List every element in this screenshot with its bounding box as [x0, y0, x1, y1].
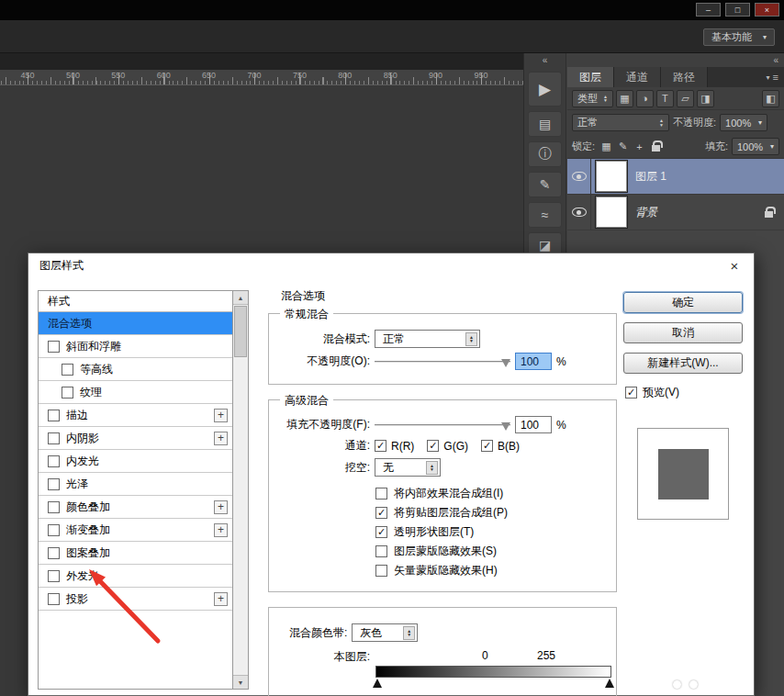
style-checkbox[interactable]: [48, 570, 60, 582]
panel-menu[interactable]: ▾ ≡: [767, 67, 784, 87]
layer-row[interactable]: 图层 1: [567, 159, 784, 195]
layer-row[interactable]: 背景: [567, 195, 784, 230]
dialog-close-icon[interactable]: ×: [726, 258, 743, 274]
ok-button[interactable]: 确定: [623, 292, 743, 313]
channel-checkbox-R(R)[interactable]: ✓R(R): [375, 440, 414, 453]
brush-presets-panel-icon[interactable]: ▤: [528, 111, 562, 137]
style-item-内发光[interactable]: 内发光: [39, 450, 232, 473]
style-checkbox[interactable]: [48, 593, 60, 605]
style-checkbox[interactable]: [48, 341, 60, 353]
minimize-button[interactable]: –: [696, 3, 721, 17]
channel-checkbox-B(B)[interactable]: ✓B(B): [481, 440, 520, 453]
add-effect-button[interactable]: +: [214, 523, 228, 537]
dialog-titlebar[interactable]: 图层样式 ×: [28, 253, 754, 278]
filter-adjustment-icon[interactable]: ◑: [636, 90, 654, 107]
panel-tab-通道[interactable]: 通道: [614, 67, 661, 87]
filter-toggle-icon[interactable]: ◧: [762, 90, 779, 107]
panel-tab-路径[interactable]: 路径: [661, 67, 708, 87]
white-point-slider[interactable]: [605, 679, 614, 688]
cancel-button[interactable]: 取消: [623, 322, 743, 343]
layer-thumbnail[interactable]: [596, 161, 627, 192]
layer-thumbnail[interactable]: [596, 196, 627, 228]
horizontal-ruler[interactable]: 450500550600650700750800850900950: [0, 70, 523, 85]
actions-panel-icon[interactable]: ▶: [528, 72, 562, 107]
visibility-toggle[interactable]: [567, 159, 591, 194]
blend-if-channel-select[interactable]: 灰色 ▲▼: [352, 623, 418, 642]
visibility-toggle[interactable]: [567, 195, 591, 230]
fill-opacity-input[interactable]: 100: [515, 416, 552, 433]
scroll-up-icon[interactable]: ▲: [233, 291, 248, 305]
filter-kind-select[interactable]: 类型 ▲▼: [572, 90, 613, 107]
preview-toggle[interactable]: ✓ 预览(V): [623, 385, 743, 400]
style-checkbox[interactable]: [48, 524, 60, 536]
opacity-slider[interactable]: [375, 355, 510, 368]
panel-tab-图层[interactable]: 图层: [567, 67, 614, 87]
style-item-渐变叠加[interactable]: 渐变叠加+: [39, 519, 232, 542]
slider-thumb-icon[interactable]: [501, 359, 510, 367]
style-item-等高线[interactable]: 等高线: [39, 358, 232, 381]
style-item-混合选项[interactable]: 混合选项: [39, 312, 232, 335]
filter-pixel-icon[interactable]: ▦: [616, 90, 633, 107]
style-item-外发光[interactable]: 外发光: [39, 565, 232, 588]
knockout-select[interactable]: 无 ▲▼: [375, 458, 441, 477]
info-panel-icon[interactable]: ⓘ: [528, 141, 562, 167]
blend-option[interactable]: 图层蒙版隐藏效果(S): [375, 542, 607, 561]
style-item-投影[interactable]: 投影+: [39, 588, 232, 611]
style-checkbox[interactable]: [48, 478, 60, 490]
style-checkbox[interactable]: [48, 432, 60, 444]
fill-opacity-slider[interactable]: [375, 419, 510, 432]
styles-scrollbar[interactable]: ▲ ▼: [232, 291, 248, 689]
style-item-描边[interactable]: 描边+: [39, 404, 232, 427]
filter-shape-icon[interactable]: ▱: [677, 90, 694, 107]
scrollbar-thumb[interactable]: [234, 306, 247, 357]
style-checkbox[interactable]: [62, 364, 73, 376]
blend-mode-select[interactable]: 正常 ▲▼: [375, 330, 480, 348]
window-titlebar[interactable]: – □ ×: [0, 0, 784, 20]
layer-fill-select[interactable]: 100% ▾: [732, 138, 779, 155]
black-point-slider[interactable]: [373, 679, 382, 688]
blend-option[interactable]: 矢量蒙版隐藏效果(H): [375, 561, 607, 580]
filter-type-icon[interactable]: T: [656, 90, 674, 107]
blend-option[interactable]: ✓透明形状图层(T): [375, 522, 607, 542]
scroll-down-icon[interactable]: ▼: [233, 675, 248, 689]
new-style-button[interactable]: 新建样式(W)...: [623, 353, 743, 374]
add-effect-button[interactable]: +: [214, 409, 228, 422]
style-checkbox[interactable]: [62, 387, 73, 399]
style-item-内阴影[interactable]: 内阴影+: [39, 427, 232, 450]
lock-transparency-icon[interactable]: ▦: [599, 139, 614, 154]
tool-presets-panel-icon[interactable]: ✎: [528, 172, 562, 197]
close-button[interactable]: ×: [755, 3, 779, 17]
add-effect-button[interactable]: +: [214, 432, 228, 445]
lock-paint-icon[interactable]: ✎: [615, 139, 631, 154]
filter-smart-object-icon[interactable]: ◨: [697, 90, 714, 107]
collapse-panels-icon[interactable]: «: [524, 53, 566, 67]
style-checkbox[interactable]: [48, 410, 60, 421]
style-item-纹理[interactable]: 纹理: [39, 381, 232, 404]
style-checkbox[interactable]: [48, 547, 60, 559]
opacity-input[interactable]: 100: [515, 353, 552, 370]
layer-opacity-select[interactable]: 100% ▾: [720, 114, 767, 131]
lock-all-icon[interactable]: [648, 139, 664, 154]
chevron-down-icon: ▾: [758, 118, 762, 127]
add-effect-button[interactable]: +: [214, 500, 228, 514]
layer-blend-mode-select[interactable]: 正常 ▲▼: [572, 114, 669, 131]
style-item-斜面和浮雕[interactable]: 斜面和浮雕: [39, 335, 232, 358]
channel-checkbox-G(G)[interactable]: ✓G(G): [427, 440, 468, 453]
collapse-panel-group-icon[interactable]: «: [773, 53, 778, 67]
lock-position-icon[interactable]: +: [632, 139, 647, 154]
add-effect-button[interactable]: +: [214, 592, 228, 606]
blend-option[interactable]: ✓将剪贴图层混合成组(P): [375, 503, 607, 522]
style-item-图案叠加[interactable]: 图案叠加: [39, 542, 232, 565]
slider-thumb-icon[interactable]: [501, 422, 510, 431]
blend-mode-value: 正常: [383, 331, 460, 347]
percent-sign: %: [556, 419, 566, 432]
style-item-光泽[interactable]: 光泽: [39, 473, 232, 496]
blend-if-group: 混合颜色带: 灰色 ▲▼ 本图层: 0 255: [268, 607, 617, 696]
workspace-switcher-button[interactable]: 基本功能 ▾: [703, 28, 775, 46]
style-item-颜色叠加[interactable]: 颜色叠加+: [39, 496, 232, 519]
blend-option[interactable]: 将内部效果混合成组(I): [375, 484, 607, 503]
style-checkbox[interactable]: [48, 455, 60, 467]
style-checkbox[interactable]: [48, 501, 60, 513]
restore-button[interactable]: □: [725, 3, 750, 17]
clone-source-panel-icon[interactable]: ≈: [528, 202, 562, 228]
